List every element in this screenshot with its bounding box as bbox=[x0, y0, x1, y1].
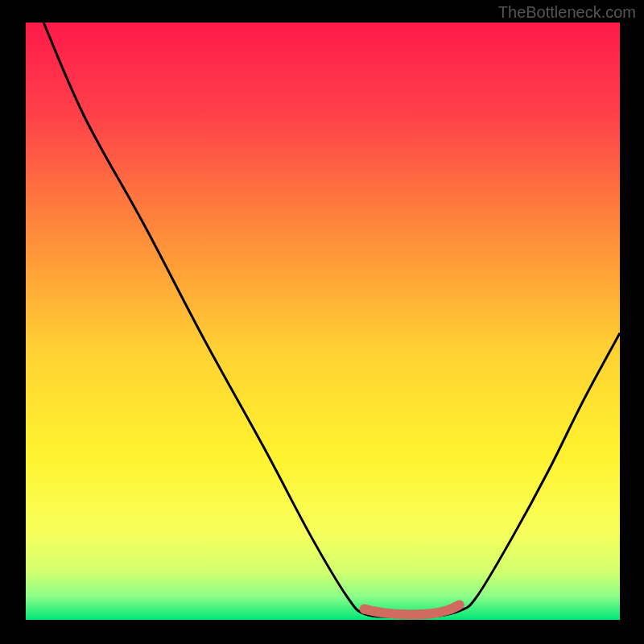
optimal-point-marker bbox=[360, 605, 369, 614]
chart-background bbox=[26, 23, 620, 620]
watermark-text: TheBottleneck.com bbox=[498, 3, 636, 22]
bottleneck-chart bbox=[0, 0, 644, 644]
